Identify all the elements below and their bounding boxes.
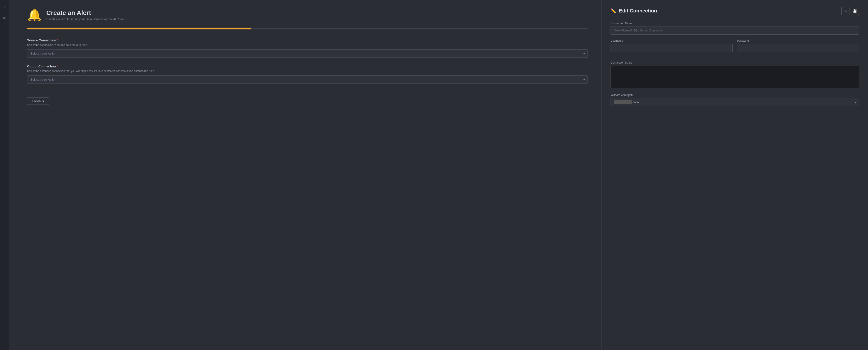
sidebar: » ⊞ — [0, 0, 9, 350]
password-input[interactable] — [737, 43, 859, 52]
source-connection-desc: Select the connection to source data for… — [27, 43, 588, 47]
main-content: 🔔 Create an Alert Use this wizard to set… — [9, 0, 868, 350]
edit-pencil-icon: ✏️ — [611, 8, 616, 13]
edit-connection-panel: ✏️ Edit Connection ✕ 💾 Connection Name U… — [601, 0, 868, 350]
connection-string-group: Connection String — [611, 61, 859, 89]
connection-name-label: Connection Name — [611, 22, 859, 25]
connection-string-label: Connection String — [611, 61, 859, 64]
agent-select-wrapper: local — [611, 98, 859, 106]
wizard-header: 🔔 Create an Alert Use this wizard to set… — [27, 9, 588, 21]
wizard-panel: 🔔 Create an Alert Use this wizard to set… — [9, 0, 601, 350]
username-input[interactable] — [611, 43, 733, 52]
output-connection-section: Output Connection * Select the database … — [27, 64, 588, 84]
password-group: Password — [737, 39, 859, 52]
edit-panel-title: ✏️ Edit Connection — [611, 8, 657, 14]
progress-bar-fill — [27, 28, 251, 29]
close-button[interactable]: ✕ — [841, 7, 849, 15]
previous-button[interactable]: Previous — [27, 97, 49, 105]
edit-panel-header: ✏️ Edit Connection ✕ 💾 — [611, 7, 859, 15]
output-connection-select[interactable]: Select a connection — [27, 75, 588, 84]
grid-icon[interactable]: ⊞ — [1, 14, 8, 21]
output-connection-select-wrapper: Select a connection — [27, 75, 588, 84]
connection-name-input[interactable] — [611, 26, 859, 35]
agent-prefix-block — [614, 100, 632, 104]
bell-icon: 🔔 — [27, 9, 42, 21]
connection-name-group: Connection Name — [611, 22, 859, 35]
password-label: Password — [737, 39, 859, 42]
save-button[interactable]: 💾 — [851, 7, 859, 15]
agent-select[interactable]: local — [611, 98, 859, 106]
output-connection-desc: Select the database connection that you … — [27, 69, 588, 73]
save-icon: 💾 — [852, 9, 857, 13]
validate-agent-group: Validate with Agent local — [611, 93, 859, 106]
source-connection-select[interactable]: Select a connection — [27, 49, 588, 58]
wizard-subtitle: Use this wizard to set up your Data Sour… — [46, 18, 125, 21]
source-connection-section: Source Connection * Select the connectio… — [27, 38, 588, 58]
chevrons-right-icon[interactable]: » — [1, 3, 8, 10]
wizard-title-block: Create an Alert Use this wizard to set u… — [46, 9, 125, 21]
source-connection-select-wrapper: Select a connection — [27, 49, 588, 58]
source-connection-label: Source Connection * — [27, 38, 588, 42]
output-required-star: * — [57, 64, 58, 68]
output-connection-label: Output Connection * — [27, 64, 588, 68]
username-label: Username — [611, 39, 733, 42]
connection-string-textarea[interactable] — [611, 66, 859, 88]
credentials-row: Username Password — [611, 39, 859, 57]
username-group: Username — [611, 39, 733, 52]
source-required-star: * — [57, 38, 58, 42]
validate-agent-label: Validate with Agent — [611, 93, 859, 97]
progress-bar-container — [27, 28, 588, 29]
panel-actions: ✕ 💾 — [841, 7, 859, 15]
wizard-title: Create an Alert — [46, 9, 125, 17]
